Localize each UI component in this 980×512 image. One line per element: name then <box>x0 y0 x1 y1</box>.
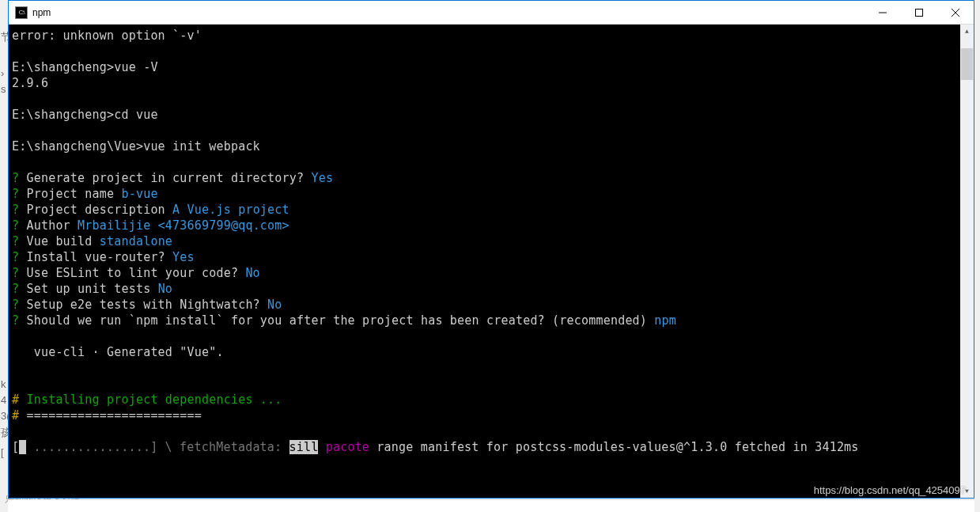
prompt: E:\shangcheng\Vue> <box>12 139 143 154</box>
below-window-strip <box>8 499 974 512</box>
question-mark-icon: ? <box>12 234 19 248</box>
close-button[interactable] <box>937 1 974 24</box>
terminal-window: C:\ npm error: unknown option `-v' E:\sh… <box>8 0 974 499</box>
question-mark-icon: ? <box>12 218 19 233</box>
question-text: Should we run `npm install` for you afte… <box>19 313 654 328</box>
answer-text: No <box>158 282 172 296</box>
background-fragments: 节 › s k 4 3( 孩 [ <box>0 0 8 512</box>
command: cd vue <box>114 108 157 122</box>
answer-text: No <box>267 298 282 312</box>
hash-icon: # <box>12 393 19 407</box>
scrollbar[interactable]: ▲ ▼ <box>960 25 974 498</box>
cmd-icon: C:\ <box>15 6 28 19</box>
maximize-button[interactable] <box>901 1 937 24</box>
question-text: Vue build <box>19 234 100 248</box>
question-text: Use ESLint to lint your code? <box>19 266 245 280</box>
separator-line: ======================== <box>19 408 202 423</box>
installing-text: Installing project dependencies ... <box>19 393 282 407</box>
question-mark-icon: ? <box>12 298 19 312</box>
pacote-label: pacote <box>326 440 369 454</box>
question-text: Generate project in current directory? <box>19 171 311 185</box>
question-text: Setup e2e tests with Nightwatch? <box>19 298 267 312</box>
command: vue init webpack <box>143 139 260 154</box>
answer-text: b-vue <box>121 187 157 201</box>
svg-rect-1 <box>916 9 923 16</box>
question-text: Install vue-router? <box>19 250 172 264</box>
progress-bracket: [ <box>12 440 19 454</box>
scroll-up-icon[interactable]: ▲ <box>960 25 974 38</box>
question-text: Project name <box>19 187 121 201</box>
window-controls <box>865 1 974 24</box>
question-mark-icon: ? <box>12 266 19 280</box>
answer-text: Mrbailijie <473669799@qq.com> <box>78 218 289 233</box>
output-version: 2.9.6 <box>12 76 48 90</box>
command: vue -V <box>114 60 157 74</box>
question-text: Project description <box>19 203 172 217</box>
scrollbar-thumb[interactable] <box>961 48 973 80</box>
titlebar[interactable]: C:\ npm <box>9 1 974 25</box>
manifest-text: range manifest for postcss-modules-value… <box>369 440 858 454</box>
answer-text: npm <box>654 313 676 328</box>
window-title: npm <box>32 7 865 18</box>
answer-text: A Vue.js project <box>172 203 289 217</box>
question-mark-icon: ? <box>12 171 19 185</box>
minimize-button[interactable] <box>865 1 901 24</box>
terminal-output[interactable]: error: unknown option `-v' E:\shangcheng… <box>9 25 960 498</box>
answer-text: Yes <box>172 250 195 264</box>
sill-label: sill <box>289 440 319 454</box>
terminal-area: error: unknown option `-v' E:\shangcheng… <box>9 25 974 498</box>
generated-line: vue-cli · Generated "Vue". <box>12 345 224 359</box>
answer-text: No <box>245 266 259 280</box>
question-text: Author <box>19 218 78 233</box>
question-mark-icon: ? <box>12 313 19 328</box>
progress-dots: ................] \ fetchMetadata: <box>26 440 289 454</box>
answer-text: standalone <box>100 234 172 248</box>
cursor-icon <box>19 440 26 454</box>
question-mark-icon: ? <box>12 250 19 264</box>
question-text: Set up unit tests <box>19 282 157 296</box>
hash-icon: # <box>12 408 19 423</box>
error-line: error: unknown option `-v' <box>12 28 202 43</box>
prompt: E:\shangcheng> <box>12 60 114 74</box>
question-mark-icon: ? <box>12 282 19 296</box>
question-mark-icon: ? <box>12 203 19 217</box>
prompt: E:\shangcheng> <box>12 108 114 122</box>
answer-text: Yes <box>311 171 333 185</box>
watermark-text: https://blog.csdn.net/qq_4254097 <box>814 484 966 496</box>
question-mark-icon: ? <box>12 187 19 201</box>
